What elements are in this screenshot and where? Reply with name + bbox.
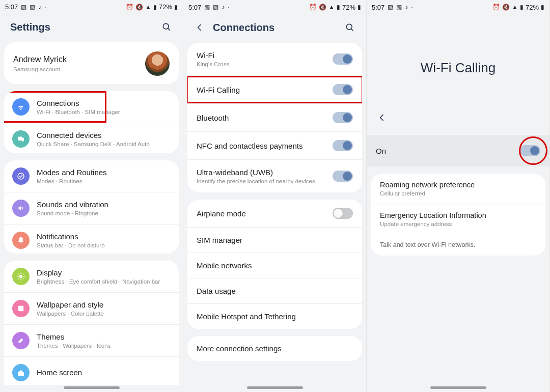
row-title: More connection settings: [197, 344, 353, 353]
search-icon: [345, 22, 355, 33]
avatar[interactable]: [145, 51, 170, 76]
page-title: Wi-Fi Calling: [367, 60, 549, 76]
chevron-left-icon: [377, 113, 387, 123]
svg-rect-14: [18, 305, 24, 311]
row-wifi-calling[interactable]: Wi-Fi Calling: [187, 75, 362, 103]
row-wifi[interactable]: Wi-Fi King's Cross: [187, 43, 362, 75]
svg-line-13: [18, 278, 19, 279]
svg-point-0: [163, 24, 169, 30]
home-icon: [12, 364, 30, 381]
svg-line-11: [23, 278, 24, 279]
status-battery: 72%: [342, 4, 355, 11]
svg-line-12: [23, 273, 24, 274]
nfc-toggle[interactable]: [333, 140, 353, 151]
row-wallpaper[interactable]: Wallpaper and style Wallpapers · Color p…: [4, 292, 179, 324]
row-themes[interactable]: Themes Themes · Wallpapers · Icons: [4, 324, 179, 356]
page-title: Connections: [213, 22, 274, 34]
row-title: Bluetooth: [197, 114, 325, 122]
account-card[interactable]: Andrew Myrick Samsung account: [4, 42, 179, 84]
airplane-toggle[interactable]: [333, 208, 353, 219]
alarm-icon: ⏰: [126, 4, 133, 11]
signal-icon: ▮: [520, 4, 524, 11]
devices-icon: [12, 130, 30, 148]
uwb-toggle[interactable]: [333, 171, 353, 182]
battery-icon: ▮: [541, 4, 544, 11]
mute-icon: 🔇: [502, 4, 510, 11]
bluetooth-toggle[interactable]: [333, 112, 353, 123]
screen-connections: 5:07 ▧ ▧ ♪ · ⏰ 🔇 ▲ ▮ 72% ▮ Connections W…: [183, 0, 367, 392]
row-sub: Identify the precise location of nearby …: [197, 178, 325, 184]
conn-group-3: More connection settings: [187, 336, 362, 361]
brush-icon: [12, 332, 30, 349]
alarm-icon: ⏰: [492, 4, 500, 11]
row-sim[interactable]: SIM manager: [187, 227, 362, 253]
row-home-screen[interactable]: Home screen: [4, 356, 179, 385]
settings-header: Settings: [0, 14, 183, 42]
battery-icon: ▮: [174, 4, 178, 11]
screen-settings: 5:07 ▧ ▧ ♪ · ⏰ 🔇 ▲ ▮ 72% ▮ Settings Andr…: [0, 0, 183, 392]
row-hotspot[interactable]: Mobile Hotspot and Tethering: [187, 303, 362, 329]
footnote: Talk and text over Wi-Fi networks.: [371, 234, 545, 256]
row-title: Modes and Routines: [37, 168, 171, 177]
music-icon: ♪: [222, 4, 225, 11]
music-icon: ♪: [405, 4, 408, 11]
gesture-bar[interactable]: [247, 386, 303, 389]
row-title: Wi-Fi: [197, 51, 325, 60]
row-connected-devices[interactable]: Connected devices Quick Share · Samsung …: [4, 123, 179, 153]
search-button[interactable]: [160, 21, 173, 33]
dot-icon: ·: [228, 4, 229, 11]
settings-group-3: Display Brightness · Eye comfort shield …: [4, 261, 179, 385]
gesture-bar[interactable]: [430, 386, 486, 389]
row-title: Connected devices: [37, 131, 171, 139]
connections-header: Connections: [183, 14, 366, 43]
wifi-toggle[interactable]: [333, 53, 353, 65]
image-icon: ▧: [204, 4, 210, 11]
search-icon: [161, 22, 172, 32]
settings-group-1: Connections Wi-Fi · Bluetooth · SIM mana…: [4, 91, 179, 153]
wifi-calling-toggle[interactable]: [333, 84, 353, 95]
row-more-settings[interactable]: More connection settings: [187, 336, 362, 361]
row-roaming-pref[interactable]: Roaming network preference Cellular pref…: [371, 174, 545, 204]
row-mobile-networks[interactable]: Mobile networks: [187, 253, 362, 278]
page-title: Settings: [10, 21, 50, 33]
music-icon: ♪: [38, 4, 41, 11]
svg-line-1: [168, 29, 170, 31]
row-connections[interactable]: Connections Wi-Fi · Bluetooth · SIM mana…: [4, 91, 179, 123]
wifi-icon: [12, 98, 30, 116]
status-battery: 72%: [526, 4, 539, 11]
row-emergency-location[interactable]: Emergency Location Information Update em…: [371, 204, 545, 234]
row-notifications[interactable]: Notifications Status bar · Do not distur…: [4, 224, 179, 254]
account-name: Andrew Myrick: [13, 55, 145, 64]
image-icon: ▧: [388, 4, 393, 11]
big-title-wrap: Wi-Fi Calling: [367, 14, 549, 111]
row-airplane[interactable]: Airplane mode: [187, 200, 362, 227]
row-uwb[interactable]: Ultra-wideband (UWB) Identify the precis…: [187, 159, 362, 192]
svg-rect-3: [22, 138, 24, 142]
svg-point-4: [18, 173, 24, 179]
row-title: Home screen: [37, 368, 171, 377]
row-nfc[interactable]: NFC and contactless payments: [187, 131, 362, 159]
wifi-icon: ▲: [512, 4, 518, 11]
status-time: 5:07: [372, 4, 384, 11]
row-title: Display: [37, 268, 171, 277]
mute-icon: 🔇: [135, 4, 143, 11]
gesture-bar[interactable]: [64, 386, 120, 389]
row-display[interactable]: Display Brightness · Eye comfort shield …: [4, 261, 179, 292]
wifi-icon: ▲: [328, 4, 335, 11]
wifi-calling-master-toggle[interactable]: [520, 145, 540, 156]
row-bluetooth[interactable]: Bluetooth: [187, 103, 362, 131]
row-data-usage[interactable]: Data usage: [187, 278, 362, 303]
master-toggle-row[interactable]: On: [367, 135, 549, 166]
row-modes[interactable]: Modes and Routines Modes · Routines: [4, 160, 179, 192]
back-button[interactable]: [376, 111, 388, 124]
chevron-left-icon: [195, 22, 205, 33]
status-bar: 5:07 ▧ ▧ ♪ · ⏰ 🔇 ▲ ▮ 72% ▮: [183, 0, 366, 14]
row-sounds[interactable]: Sounds and vibration Sound mode · Ringto…: [4, 192, 179, 224]
back-button[interactable]: [194, 21, 206, 34]
status-time: 5:07: [5, 3, 18, 11]
bell-icon: [12, 232, 30, 249]
row-title: Roaming network preference: [380, 181, 536, 189]
search-button[interactable]: [344, 21, 356, 34]
alarm-icon: ⏰: [309, 4, 317, 11]
row-title: Sounds and vibration: [37, 200, 171, 209]
